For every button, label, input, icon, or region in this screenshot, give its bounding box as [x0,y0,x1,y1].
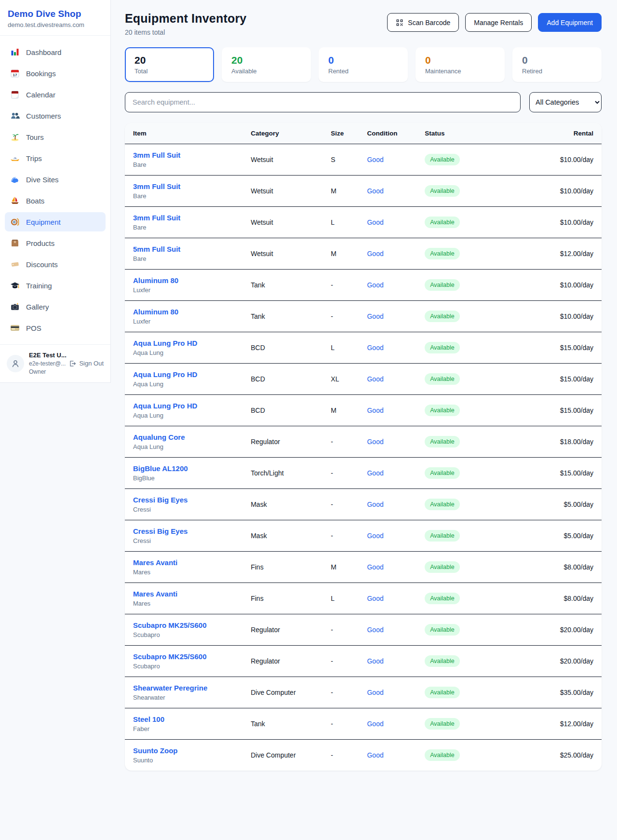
shop-name: Demo Dive Shop [8,9,103,19]
sidebar-item-training[interactable]: Training [5,276,106,295]
sidebar-item-discounts[interactable]: Discounts [5,255,106,274]
stat-card-available[interactable]: 20Available [222,47,311,82]
shop-domain: demo.test.divestreams.com [8,21,103,28]
category-cell: Dive Computer [247,740,327,771]
table-row: BigBlue AL1200BigBlueTorch/Light-GoodAva… [125,458,602,489]
item-link[interactable]: Scubapro MK25/S600 [133,652,243,661]
condition-link[interactable]: Good [367,751,383,759]
sidebar-item-trips[interactable]: Trips [5,149,106,168]
sidebar-item-label: Calendar [26,91,55,99]
item-brand: Suunto [133,757,243,764]
condition-link[interactable]: Good [367,218,383,226]
item-link[interactable]: Mares Avanti [133,590,243,598]
condition-link[interactable]: Good [367,626,383,634]
stat-value: 20 [231,54,301,66]
condition-link[interactable]: Good [367,156,383,163]
table-row: 3mm Full SuitBareWetsuitSGoodAvailable$1… [125,144,602,176]
brand-block: Demo Dive Shop demo.test.divestreams.com [0,0,110,36]
sidebar-item-products[interactable]: Products [5,233,106,253]
sidebar-item-label: POS [26,324,41,332]
sidebar-item-boats[interactable]: Boats [5,191,106,210]
item-link[interactable]: 5mm Full Suit [133,245,243,253]
condition-link[interactable]: Good [367,375,383,383]
item-link[interactable]: Steel 100 [133,715,243,723]
sidebar-item-dashboard[interactable]: Dashboard [5,42,106,62]
condition-link[interactable]: Good [367,281,383,289]
condition-link[interactable]: Good [367,406,383,414]
sidebar-item-gallery[interactable]: Gallery [5,297,106,316]
sidebar-item-label: Products [26,239,54,247]
item-link[interactable]: Mares Avanti [133,558,243,567]
condition-link[interactable]: Good [367,657,383,665]
stat-card-rented[interactable]: 0Rented [319,47,408,82]
status-badge: Available [425,624,460,636]
condition-link[interactable]: Good [367,312,383,320]
sidebar-item-calendar[interactable]: Calendar [5,85,106,104]
condition-link[interactable]: Good [367,469,383,477]
item-link[interactable]: Shearwater Peregrine [133,684,243,692]
condition-link[interactable]: Good [367,438,383,446]
item-link[interactable]: Aluminum 80 [133,276,243,285]
table-body: 3mm Full SuitBareWetsuitSGoodAvailable$1… [125,144,602,771]
condition-link[interactable]: Good [367,187,383,195]
status-badge: Available [425,248,460,259]
sidebar-item-pos[interactable]: POS [5,318,106,338]
stat-label: Retired [522,68,592,75]
equipment-inventory-page: Demo Dive Shop demo.test.divestreams.com… [0,0,617,840]
column-header-item: Item [125,123,247,144]
stat-card-retired[interactable]: 0Retired [512,47,602,82]
page-title: Equipment Inventory [125,12,246,26]
item-link[interactable]: Aluminum 80 [133,308,243,316]
search-input[interactable] [125,92,521,112]
category-filter-select[interactable]: All Categories [529,92,602,112]
sidebar-item-dive-sites[interactable]: Dive Sites [5,170,106,189]
stat-label: Rented [328,68,398,75]
table-row: Shearwater PeregrineShearwaterDive Compu… [125,677,602,708]
sidebar-item-label: Gallery [26,303,49,311]
sidebar-item-bookings[interactable]: 17Bookings [5,64,106,83]
rental-cell: $10.00/day [504,301,602,332]
item-link[interactable]: Aqua Lung Pro HD [133,339,243,347]
barcode-scan-icon [396,19,403,27]
item-link[interactable]: 3mm Full Suit [133,182,243,190]
camera-icon [10,302,20,312]
condition-link[interactable]: Good [367,344,383,352]
category-cell: Dive Computer [247,677,327,708]
item-link[interactable]: Scubapro MK25/S600 [133,621,243,629]
item-link[interactable]: Cressi Big Eyes [133,527,243,535]
sidebar-item-customers[interactable]: Customers [5,106,106,125]
item-link[interactable]: Cressi Big Eyes [133,496,243,504]
item-link[interactable]: BigBlue AL1200 [133,464,243,473]
add-equipment-button[interactable]: Add Equipment [538,13,602,32]
condition-link[interactable]: Good [367,501,383,508]
condition-link[interactable]: Good [367,595,383,602]
manage-rentals-button[interactable]: Manage Rentals [465,13,532,32]
sign-out-button[interactable]: Sign Out [68,360,104,367]
status-badge: Available [425,405,460,416]
condition-link[interactable]: Good [367,250,383,257]
rental-cell: $12.00/day [504,238,602,270]
stat-card-total[interactable]: 20Total [125,47,214,82]
item-brand: BigBlue [133,474,243,482]
condition-link[interactable]: Good [367,689,383,696]
item-link[interactable]: 3mm Full Suit [133,214,243,222]
size-cell: L [327,332,363,364]
stat-card-maintenance[interactable]: 0Maintenance [416,47,505,82]
item-link[interactable]: Aqua Lung Pro HD [133,402,243,410]
item-link[interactable]: Aqua Lung Pro HD [133,370,243,379]
status-badge: Available [425,499,460,510]
item-link[interactable]: 3mm Full Suit [133,151,243,159]
size-cell: M [327,395,363,426]
scan-barcode-button[interactable]: Scan Barcode [387,13,459,32]
condition-link[interactable]: Good [367,720,383,728]
rental-cell: $15.00/day [504,364,602,395]
sidebar-item-equipment[interactable]: Equipment [5,212,106,231]
condition-link[interactable]: Good [367,563,383,571]
item-link[interactable]: Aqualung Core [133,433,243,441]
sidebar-item-tours[interactable]: Tours [5,127,106,147]
column-header-category: Category [247,123,327,144]
item-brand: Bare [133,161,243,168]
rental-cell: $10.00/day [504,207,602,238]
condition-link[interactable]: Good [367,532,383,540]
item-link[interactable]: Suunto Zoop [133,746,243,755]
